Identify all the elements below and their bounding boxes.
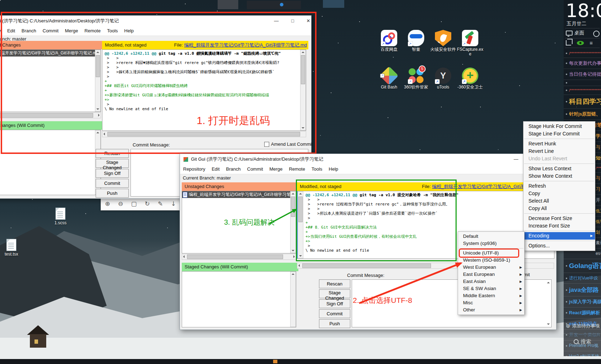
sidebar-item[interactable]: [564, 80, 601, 86]
sidebar-item[interactable]: 进行对Vue毕设: [564, 273, 601, 283]
download-icon[interactable]: ↓: [171, 200, 176, 207]
desktop-mode-row[interactable]: 桌面: [566, 30, 584, 36]
menubar-help[interactable]: Help: [325, 165, 341, 174]
menu-item-other[interactable]: Other▶: [458, 306, 524, 314]
desktop-icon-百度网盘[interactable]: ↗百度网盘: [376, 30, 403, 60]
scrollbar-vertical[interactable]: [290, 191, 296, 253]
sidebar-item[interactable]: 针对js原型链、: [564, 108, 601, 119]
menu-item-revert-hunk[interactable]: Revert Hunk: [523, 140, 595, 148]
menu-item-refresh[interactable]: Refresh: [523, 182, 595, 190]
search-button[interactable]: 搜索: [564, 333, 601, 349]
menu-item-east-european[interactable]: East European▶: [458, 271, 524, 278]
menu-item-decrease-font-size[interactable]: Decrease Font Size: [523, 215, 595, 222]
push-button[interactable]: Push: [96, 189, 129, 198]
menu-item-system-cp936[interactable]: System (cp936): [458, 240, 524, 247]
desktop-file-testtsx[interactable]: test.tsx: [1, 239, 22, 257]
staged-file-list[interactable]: [182, 271, 296, 327]
scrollbar-horizontal[interactable]: [0, 112, 101, 118]
menu-item-show-less-context[interactable]: Show Less Context: [523, 165, 595, 172]
minimize-button[interactable]: —: [509, 154, 523, 165]
menu-item-undo-last-revert[interactable]: Undo Last Revert: [523, 155, 595, 162]
menu-item-copy-all[interactable]: Copy All: [523, 205, 595, 212]
title-bar[interactable]: Git Gui (洪学习笔记) C:/Users/Administrator/D…: [0, 16, 311, 26]
desktop-icon-360软件管家[interactable]: ↗5360软件管家: [403, 68, 430, 98]
menu-item-increase-font-size[interactable]: Increase Font Size: [523, 222, 595, 230]
menu-item-show-more-context[interactable]: Show More Context: [523, 172, 595, 180]
unstaged-file-list[interactable]: 编程_前端开发学习笔记/Git学习笔记/A_Git详细学习笔记.md: [0, 49, 101, 112]
amend-last-commit-checkbox[interactable]: Amend Last Commit: [264, 141, 313, 147]
push-button[interactable]: Push: [319, 319, 350, 328]
desktop-icon-fscapture-exe[interactable]: ↗FSCapture.exe: [457, 30, 484, 60]
menubar-commit[interactable]: Commit: [244, 165, 266, 174]
sidebar-item[interactable]: 每次更新代办事: [564, 58, 601, 69]
taskbar-app-indicator[interactable]: [273, 360, 277, 363]
sidebar-item[interactable]: java全部路: [564, 283, 601, 296]
title-bar[interactable]: Git Gui (洪学习笔记) C:/Users/Administrator/D…: [180, 154, 556, 165]
menubar-remote[interactable]: Remote: [81, 26, 104, 36]
sidebar-item[interactable]: Golang语言: [564, 259, 601, 273]
rescan-button[interactable]: Rescan: [319, 279, 350, 288]
desktop-file-1scss[interactable]: 1.scss: [50, 208, 71, 225]
sidebar-item[interactable]: 当日任务记得提: [564, 69, 601, 80]
circle-icon[interactable]: [593, 31, 600, 37]
menu-item-misc[interactable]: Misc▶: [458, 299, 524, 306]
stage-changed-button[interactable]: Stage Changed: [96, 159, 129, 168]
menu-item-options[interactable]: Options...: [523, 242, 595, 250]
commit-button[interactable]: Commit: [319, 309, 350, 318]
scrollbar-vertical[interactable]: [300, 50, 306, 130]
edit-icon[interactable]: ✎: [158, 200, 163, 207]
stage-changed-button[interactable]: Stage Changed: [319, 289, 350, 298]
scrollbar-horizontal[interactable]: [182, 254, 296, 260]
list-icon[interactable]: ≡: [590, 40, 593, 46]
menubar-remote[interactable]: Remote: [286, 165, 308, 174]
zoom-out-icon[interactable]: ⊖: [118, 200, 123, 207]
menu-item-western-iso-8859-1[interactable]: Western (ISO-8859-1): [458, 257, 524, 264]
scrollbar-horizontal[interactable]: [102, 131, 306, 137]
menubar-commit[interactable]: Commit: [39, 26, 62, 36]
menu-item-west-european[interactable]: West European▶: [458, 264, 524, 271]
menu-item-select-all[interactable]: Select All: [523, 197, 595, 205]
minimize-button[interactable]: —: [269, 16, 283, 26]
menu-item-encoding[interactable]: Encoding▶: [523, 232, 595, 240]
menubar-merge[interactable]: Merge: [62, 26, 81, 36]
desktop-icon-火绒安全软件[interactable]: ↗火绒安全软件: [430, 30, 457, 60]
menu-item-middle-eastern[interactable]: Middle Eastern▶: [458, 292, 524, 299]
zoom-in-icon[interactable]: ⊕: [105, 200, 110, 207]
menu-item-stage-line-for-commit[interactable]: Stage Line For Commit: [523, 130, 595, 138]
menubar-repository[interactable]: Repository: [0, 26, 4, 36]
commit-button[interactable]: Commit: [96, 179, 129, 188]
menubar-branch[interactable]: Branch: [223, 165, 244, 174]
scrollbar-vertical[interactable]: [298, 191, 303, 258]
sidebar-item[interactable]: 科目四学习: [564, 95, 601, 108]
menubar-edit[interactable]: Edit: [4, 26, 18, 36]
sidebar-item[interactable]: Vue2.x知识系统: [564, 351, 601, 356]
menu-item-default[interactable]: Default: [458, 233, 524, 240]
taskbar[interactable]: [0, 359, 601, 364]
menu-item-revert-line[interactable]: Revert Line: [523, 148, 595, 155]
crop-icon[interactable]: [566, 40, 571, 46]
menubar-help[interactable]: Help: [121, 26, 137, 36]
diff-file-link[interactable]: 编程_前端开发学习笔记/Git学习笔记/A_Git详细学习笔记.md: [184, 42, 307, 48]
scrollbar-vertical[interactable]: [290, 272, 296, 327]
desktop-icon-360安全卫士[interactable]: ↗-360安全卫士: [457, 68, 484, 98]
desktop-icon-git-bash[interactable]: ↗Git Bash: [376, 68, 403, 98]
menubar-repository[interactable]: Repository: [180, 165, 208, 174]
menubar-merge[interactable]: Merge: [266, 165, 286, 174]
menu-item-stage-hunk-for-commit[interactable]: Stage Hunk For Commit: [523, 123, 595, 130]
menu-item-copy[interactable]: Copy: [523, 190, 595, 197]
close-button[interactable]: ✕: [301, 16, 315, 26]
sidebar-item[interactable]: js深入学习-高级: [564, 296, 601, 307]
one-to-one-icon[interactable]: ▢: [131, 200, 137, 207]
unstaged-file-row[interactable]: 编程_前端开发学习笔记/Git学习笔记/A_Git详细学习笔记.md: [0, 50, 101, 57]
menubar-edit[interactable]: Edit: [208, 165, 223, 174]
eye-icon[interactable]: [577, 41, 584, 45]
menu-item-east-asian[interactable]: East Asian▶: [458, 278, 524, 285]
sidebar-item[interactable]: React源码解析: [564, 307, 601, 318]
add-todo-button[interactable]: ⊕ 添加待办事项: [566, 323, 600, 329]
staged-file-list[interactable]: [0, 130, 101, 195]
scrollbar-vertical[interactable]: [95, 50, 101, 112]
menubar-tools[interactable]: Tools: [308, 165, 325, 174]
rescan-button[interactable]: Rescan: [96, 149, 129, 158]
maximize-button[interactable]: □: [286, 16, 300, 26]
desktop-icon-utools[interactable]: ↗uTools: [430, 68, 457, 98]
